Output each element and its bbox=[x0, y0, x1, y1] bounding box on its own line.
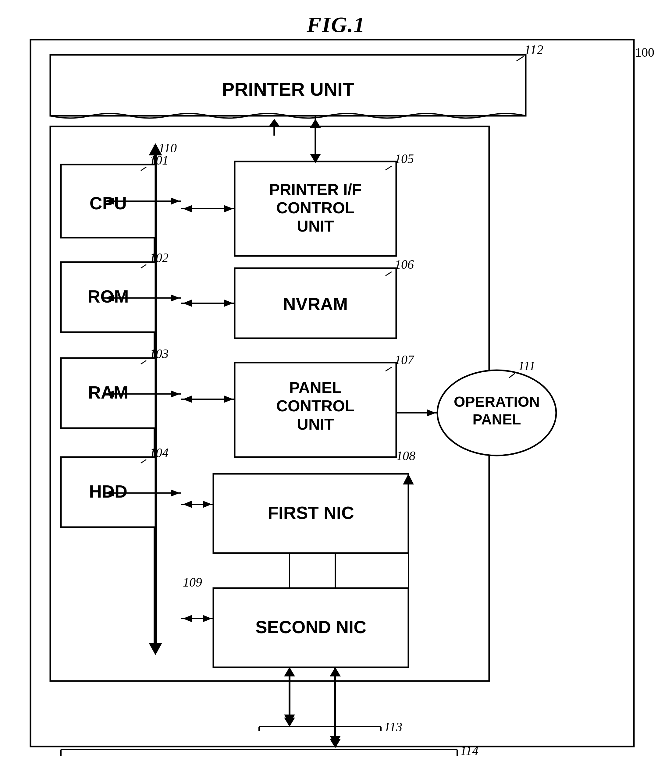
svg-marker-32 bbox=[171, 294, 180, 302]
svg-line-13 bbox=[141, 167, 146, 171]
svg-text:101: 101 bbox=[149, 153, 168, 167]
svg-marker-29 bbox=[171, 198, 180, 205]
svg-marker-50 bbox=[183, 205, 192, 212]
svg-text:SECOND NIC: SECOND NIC bbox=[255, 617, 366, 637]
svg-text:PANEL: PANEL bbox=[472, 411, 521, 428]
svg-marker-35 bbox=[171, 390, 180, 398]
printer-unit-box bbox=[50, 55, 526, 116]
svg-marker-31 bbox=[105, 294, 114, 302]
svg-marker-74 bbox=[427, 409, 436, 417]
svg-line-25 bbox=[141, 459, 146, 463]
svg-text:NVRAM: NVRAM bbox=[283, 294, 348, 314]
svg-text:109: 109 bbox=[183, 575, 202, 589]
svg-marker-8 bbox=[149, 643, 162, 655]
svg-text:114: 114 bbox=[460, 744, 479, 758]
svg-marker-86 bbox=[203, 615, 212, 622]
svg-text:PRINTER UNIT: PRINTER UNIT bbox=[222, 79, 354, 100]
svg-text:UNIT: UNIT bbox=[297, 415, 334, 433]
svg-text:108: 108 bbox=[396, 449, 415, 463]
svg-line-21 bbox=[141, 361, 146, 364]
svg-marker-79 bbox=[183, 501, 192, 508]
svg-text:105: 105 bbox=[395, 152, 414, 166]
svg-text:106: 106 bbox=[395, 257, 414, 272]
svg-line-44 bbox=[386, 166, 392, 170]
svg-text:112: 112 bbox=[524, 42, 543, 57]
svg-marker-37 bbox=[105, 489, 114, 497]
svg-text:104: 104 bbox=[149, 446, 168, 460]
svg-text:PANEL: PANEL bbox=[289, 379, 342, 397]
svg-text:110: 110 bbox=[159, 141, 177, 155]
svg-marker-34 bbox=[105, 390, 114, 398]
svg-text:OPERATION: OPERATION bbox=[454, 394, 540, 410]
svg-rect-14 bbox=[61, 262, 156, 332]
main-board-box bbox=[50, 126, 489, 681]
svg-marker-28 bbox=[105, 198, 114, 205]
svg-text:113: 113 bbox=[384, 720, 402, 734]
svg-text:CONTROL: CONTROL bbox=[276, 397, 355, 415]
svg-rect-18 bbox=[61, 358, 156, 428]
svg-text:FIRST NIC: FIRST NIC bbox=[268, 503, 354, 523]
svg-marker-93 bbox=[330, 739, 341, 748]
svg-marker-80 bbox=[203, 501, 212, 508]
svg-marker-109 bbox=[284, 667, 295, 677]
svg-marker-91 bbox=[284, 667, 295, 677]
svg-text:111: 111 bbox=[518, 359, 535, 373]
svg-marker-58 bbox=[224, 300, 233, 307]
svg-marker-112 bbox=[330, 667, 341, 677]
svg-text:RAM: RAM bbox=[88, 383, 128, 402]
svg-text:CPU: CPU bbox=[90, 193, 127, 213]
outer-box bbox=[31, 40, 634, 747]
svg-line-17 bbox=[141, 264, 146, 268]
svg-text:ROM: ROM bbox=[87, 286, 129, 306]
diagram-svg: 112 PRINTER UNIT 110 CPU 101 ROM 102 RAM… bbox=[0, 0, 672, 784]
svg-marker-46 bbox=[310, 119, 321, 128]
svg-marker-38 bbox=[171, 489, 180, 497]
svg-marker-66 bbox=[183, 395, 192, 403]
svg-rect-76 bbox=[213, 474, 408, 553]
svg-marker-85 bbox=[183, 615, 192, 622]
svg-marker-67 bbox=[224, 395, 233, 403]
svg-marker-108 bbox=[284, 714, 295, 724]
svg-marker-111 bbox=[330, 736, 341, 745]
svg-text:PRINTER I/F: PRINTER I/F bbox=[269, 181, 361, 198]
svg-point-68 bbox=[437, 370, 556, 456]
svg-text:HDD: HDD bbox=[89, 481, 128, 501]
svg-line-55 bbox=[386, 272, 392, 276]
svg-text:CONTROL: CONTROL bbox=[276, 199, 355, 217]
svg-line-1 bbox=[516, 56, 524, 61]
svg-marker-4 bbox=[269, 119, 280, 126]
svg-marker-94 bbox=[330, 667, 341, 677]
figure-title: FIG.1 bbox=[306, 12, 365, 37]
ref-100: 100 bbox=[635, 45, 654, 60]
svg-text:102: 102 bbox=[149, 251, 168, 265]
svg-text:107: 107 bbox=[395, 353, 414, 367]
svg-line-64 bbox=[386, 367, 392, 371]
svg-rect-81 bbox=[213, 588, 408, 667]
svg-rect-52 bbox=[235, 268, 396, 338]
svg-marker-90 bbox=[284, 717, 295, 727]
svg-text:UNIT: UNIT bbox=[297, 217, 334, 235]
svg-marker-51 bbox=[224, 205, 233, 212]
svg-line-72 bbox=[509, 373, 515, 378]
svg-text:103: 103 bbox=[149, 347, 168, 361]
svg-rect-10 bbox=[61, 165, 156, 238]
svg-rect-59 bbox=[235, 362, 396, 457]
svg-rect-39 bbox=[235, 162, 396, 256]
svg-rect-22 bbox=[61, 457, 156, 527]
svg-marker-57 bbox=[183, 300, 192, 307]
svg-marker-7 bbox=[149, 143, 162, 156]
svg-marker-88 bbox=[403, 474, 414, 484]
svg-marker-48 bbox=[310, 154, 321, 163]
